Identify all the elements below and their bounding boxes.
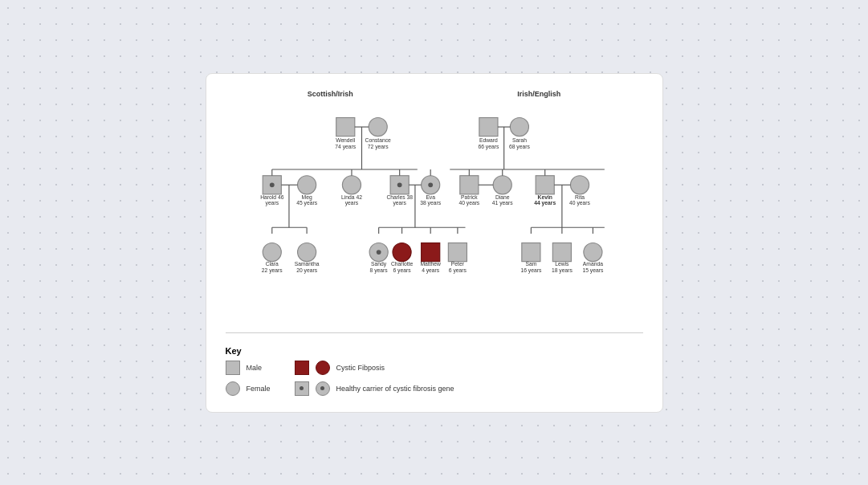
heritage-right: Irish/English bbox=[517, 90, 560, 98]
key-rows: Male Female Cystic Fibposis bbox=[226, 361, 643, 396]
lewis-label: Lewis bbox=[555, 261, 569, 267]
sam-label: Sam bbox=[525, 261, 536, 267]
svg-text:years: years bbox=[393, 200, 406, 206]
clara-shape bbox=[263, 243, 281, 261]
eva-carrier-dot bbox=[428, 182, 433, 187]
svg-text:44 years: 44 years bbox=[534, 200, 556, 206]
key-col-basic: Male Female bbox=[226, 361, 271, 396]
amanda-shape bbox=[583, 243, 601, 261]
clara-label: Clara bbox=[265, 261, 278, 267]
key-female-shape bbox=[226, 381, 240, 396]
key-section: Key Male Female Cystic Fibposis bbox=[226, 341, 643, 396]
sam-shape bbox=[521, 243, 540, 261]
svg-text:41 years: 41 years bbox=[491, 200, 512, 206]
svg-text:15 years: 15 years bbox=[582, 267, 603, 274]
key-male-shape bbox=[226, 361, 240, 375]
wendell-shape bbox=[336, 117, 354, 136]
svg-text:16 years: 16 years bbox=[520, 267, 541, 274]
kevin-label: Kevin bbox=[537, 194, 552, 199]
svg-text:Harold 46: Harold 46 bbox=[260, 194, 283, 199]
svg-text:40 years: 40 years bbox=[458, 200, 479, 206]
rita-label: Rita bbox=[575, 194, 585, 199]
key-carrier-male-shape bbox=[295, 381, 309, 396]
pedigree-card: Scottish/Irish Irish/English .shape-m { … bbox=[206, 73, 663, 413]
charlotte-shape bbox=[393, 243, 411, 261]
key-carrier-dot-female bbox=[320, 386, 324, 390]
key-col-status: Cystic Fibposis Healthy carrier of cysti… bbox=[295, 361, 454, 396]
svg-text:38 years: 38 years bbox=[420, 200, 441, 206]
svg-text:40 years: 40 years bbox=[569, 200, 590, 206]
svg-text:74 years: 74 years bbox=[335, 144, 356, 150]
matthew-shape bbox=[421, 243, 439, 261]
sandy-carrier-dot bbox=[376, 250, 381, 255]
svg-text:6 years: 6 years bbox=[393, 267, 411, 274]
key-item-affected: Cystic Fibposis bbox=[295, 361, 454, 375]
eva-label: Eva bbox=[426, 194, 435, 199]
key-carrier-female-shape bbox=[316, 381, 330, 396]
peter-shape bbox=[448, 243, 467, 261]
svg-text:years: years bbox=[344, 200, 358, 206]
charles-label: Charles 38 bbox=[386, 194, 413, 199]
svg-text:years: years bbox=[265, 200, 279, 206]
rita-shape bbox=[570, 175, 589, 194]
lewis-shape bbox=[552, 243, 571, 261]
amanda-label: Amanda bbox=[582, 261, 602, 267]
sarah-shape bbox=[510, 117, 528, 136]
patrick-label: Patrick bbox=[461, 194, 478, 199]
svg-text:6 years: 6 years bbox=[448, 267, 467, 274]
samantha-shape bbox=[297, 243, 316, 261]
edward-label: Edward bbox=[479, 137, 497, 143]
heritage-left: Scottish/Irish bbox=[308, 90, 353, 98]
edward-shape bbox=[479, 117, 497, 136]
svg-text:18 years: 18 years bbox=[551, 267, 572, 274]
svg-text:72 years: 72 years bbox=[367, 144, 388, 150]
svg-text:68 years: 68 years bbox=[509, 144, 530, 150]
svg-text:4 years: 4 years bbox=[422, 267, 440, 274]
diane-shape bbox=[493, 175, 511, 194]
key-affected-label: Cystic Fibposis bbox=[336, 364, 385, 372]
divider bbox=[226, 332, 643, 333]
sarah-label: Sarah bbox=[511, 137, 526, 143]
svg-text:20 years: 20 years bbox=[296, 267, 317, 274]
linda-label: Linda 42 bbox=[341, 194, 362, 199]
meg-shape bbox=[297, 175, 316, 194]
matthew-label: Matthew bbox=[420, 261, 441, 267]
svg-text:22 years: 22 years bbox=[261, 267, 282, 274]
key-carrier-label: Healthy carrier of cystic fibrosis gene bbox=[336, 385, 454, 393]
constance-shape bbox=[369, 117, 387, 136]
key-carrier-dot-male bbox=[300, 386, 304, 390]
wendell-label: Wendell bbox=[336, 137, 356, 143]
key-male-label: Male bbox=[247, 364, 263, 372]
pedigree-diagram: .shape-m { fill: #bbb; stroke: #888; str… bbox=[226, 100, 643, 324]
diane-label: Diane bbox=[495, 194, 509, 199]
key-item-male: Male bbox=[226, 361, 271, 375]
key-item-carrier: Healthy carrier of cystic fibrosis gene bbox=[295, 381, 454, 396]
key-affected-male-shape bbox=[295, 361, 309, 375]
charlotte-label: Charlotte bbox=[390, 261, 413, 267]
svg-text:45 years: 45 years bbox=[296, 200, 317, 206]
patrick-shape bbox=[459, 175, 478, 194]
svg-text:8 years: 8 years bbox=[369, 267, 388, 274]
key-female-label: Female bbox=[247, 385, 271, 393]
charles-carrier-dot bbox=[397, 182, 401, 187]
heritage-row: Scottish/Irish Irish/English bbox=[226, 90, 643, 98]
constance-label: Constance bbox=[365, 137, 390, 143]
key-affected-female-shape bbox=[316, 361, 330, 375]
linda-shape bbox=[342, 175, 361, 194]
pedigree-svg: .shape-m { fill: #bbb; stroke: #888; str… bbox=[226, 100, 643, 324]
peter-label: Peter bbox=[450, 261, 464, 267]
samantha-label: Samantha bbox=[294, 261, 319, 267]
key-title: Key bbox=[226, 346, 643, 356]
key-item-female: Female bbox=[226, 381, 271, 396]
harold-carrier-dot bbox=[269, 182, 274, 187]
kevin-shape bbox=[536, 175, 554, 194]
svg-text:66 years: 66 years bbox=[478, 144, 499, 150]
